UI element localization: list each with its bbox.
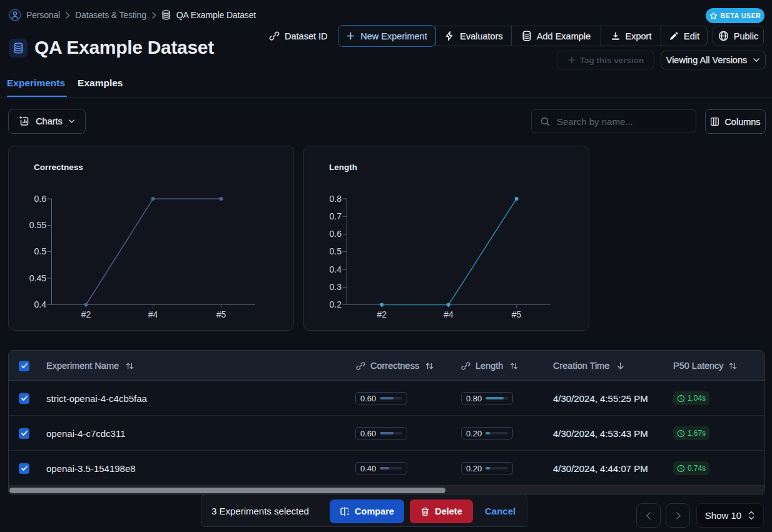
svg-text:#5: #5 <box>512 309 522 319</box>
svg-text:0.4: 0.4 <box>34 299 47 309</box>
svg-text:0.45: 0.45 <box>29 273 46 283</box>
svg-text:0.4: 0.4 <box>330 264 342 274</box>
svg-text:0.5: 0.5 <box>330 246 342 256</box>
svg-text:0.5: 0.5 <box>34 246 47 256</box>
svg-text:0.6: 0.6 <box>34 194 47 204</box>
svg-text:#4: #4 <box>444 309 454 319</box>
svg-text:0.8: 0.8 <box>330 194 342 204</box>
svg-text:0.7: 0.7 <box>330 211 342 221</box>
svg-text:0.6: 0.6 <box>330 229 342 239</box>
svg-text:#2: #2 <box>81 309 91 319</box>
svg-text:0.55: 0.55 <box>29 220 46 230</box>
svg-text:#2: #2 <box>377 309 387 319</box>
svg-text:#4: #4 <box>148 309 158 319</box>
svg-text:0.2: 0.2 <box>330 299 342 309</box>
svg-text:#5: #5 <box>216 309 226 319</box>
svg-text:0.3: 0.3 <box>330 282 342 292</box>
